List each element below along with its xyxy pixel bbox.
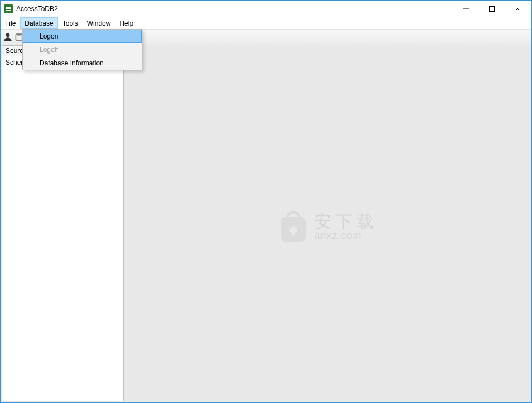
database-dropdown: Logon Logoff Database Information [22, 29, 142, 70]
right-panel: 安下载 anxz.com [125, 45, 530, 401]
svg-rect-1 [490, 6, 495, 11]
toolbar-user-icon[interactable] [3, 32, 13, 42]
menu-item-logoff: Logoff [23, 43, 142, 56]
titlebar: AccessToDB2 [1, 1, 531, 17]
tree-area[interactable] [3, 70, 122, 400]
menu-database[interactable]: Database [20, 17, 57, 29]
menu-file[interactable]: File [1, 17, 20, 29]
left-panel: Source Schema [2, 45, 124, 401]
window-title: AccessToDB2 [16, 5, 453, 13]
content-area: Source Schema 安下载 anxz.com [1, 44, 531, 402]
minimize-button[interactable] [453, 1, 479, 17]
window-controls [453, 1, 530, 17]
app-window: AccessToDB2 File Database Tools Window H… [0, 0, 532, 403]
menubar: File Database Tools Window Help [1, 17, 531, 30]
svg-point-2 [6, 33, 10, 37]
close-button[interactable] [505, 1, 530, 17]
menu-window[interactable]: Window [83, 17, 115, 29]
maximize-button[interactable] [479, 1, 505, 17]
watermark: 安下载 anxz.com [278, 210, 378, 244]
menu-help[interactable]: Help [115, 17, 138, 29]
menu-item-logon[interactable]: Logon [23, 30, 142, 43]
watermark-text: 安下载 anxz.com [315, 213, 378, 242]
watermark-bag-icon [278, 210, 309, 244]
watermark-cn: 安下载 [315, 213, 378, 230]
watermark-en: anxz.com [315, 230, 378, 242]
menu-item-database-information[interactable]: Database Information [23, 56, 142, 70]
svg-point-3 [16, 33, 22, 36]
menu-tools[interactable]: Tools [58, 17, 83, 29]
app-icon [4, 4, 13, 13]
